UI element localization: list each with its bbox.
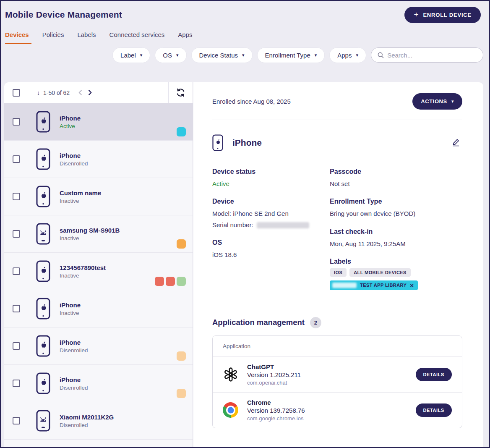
redacted-serial-number [257,222,309,228]
app-count-badge: 2 [310,317,321,328]
iphone-icon [36,186,50,207]
device-status: Inactive [60,198,101,204]
enroll-device-button[interactable]: + ENROLL DEVICE [404,7,481,23]
chevron-right-icon [88,89,92,96]
device-list-item[interactable]: iPhoneDisenrolled [4,141,193,178]
device-texts: samsung SM-S901BInactive [60,227,120,241]
pagination-range: 1-50 of 62 [43,89,70,96]
device-label-chips [177,127,186,136]
filter-pill-apps[interactable]: Apps▾ [329,47,366,63]
device-name: samsung SM-S901B [60,227,120,234]
device-checkbox[interactable] [13,305,20,312]
application-column-header: Application [213,336,462,357]
application-name: Chrome [247,399,305,406]
tab-policies[interactable]: Policies [42,29,64,44]
filter-pills: Label▾OS▾Device Status▾Enrollment Type▾A… [112,47,366,63]
refresh-button[interactable] [168,82,193,103]
device-list-item[interactable]: iPhoneDisenrolled [4,365,193,402]
tab-connected-services[interactable]: Connected services [109,29,165,44]
label-color-chip [155,277,164,286]
device-checkbox[interactable] [13,118,20,126]
select-all-checkbox[interactable] [13,89,20,97]
field-value: Active [212,178,330,189]
tab-apps[interactable]: Apps [178,29,192,44]
filter-pill-label: OS [163,52,172,59]
device-checkbox[interactable] [13,193,20,200]
enrolled-since-text: Enrolled since Aug 08, 2025 [212,98,291,105]
refresh-icon [175,87,186,98]
device-checkbox[interactable] [13,342,20,350]
detail-field: OSiOS 18.6 [212,239,330,260]
device-list-item[interactable]: iPhoneDisenrolled [4,327,193,365]
device-checkbox[interactable] [13,267,20,275]
device-texts: Custom nameInactive [60,189,101,204]
chatgpt-logo-icon [223,367,241,383]
prev-page-button[interactable] [76,89,85,97]
device-checkbox[interactable] [13,417,20,424]
caret-down-icon: ▾ [140,52,143,58]
application-texts: ChatGPTVersion 1.2025.211com.openai.chat [247,363,301,386]
plus-icon: + [414,12,419,17]
tab-bar: DevicesPoliciesLabelsConnected servicesA… [1,29,489,44]
device-list-item[interactable]: iPhoneActive [4,103,193,141]
detail-header: Enrolled since Aug 08, 2025 ACTIONS ▾ [212,93,462,110]
next-page-button[interactable] [85,89,95,97]
device-texts: iPhoneDisenrolled [60,339,88,354]
remove-label-icon[interactable]: × [410,282,414,288]
field-value-line: Serial number: [212,220,330,231]
label-color-chip [166,277,175,286]
iphone-icon [36,335,50,357]
chevron-left-icon [78,89,83,96]
actions-button[interactable]: ACTIONS ▾ [412,93,462,110]
device-name: iPhone [60,152,88,159]
detail-field: Device statusActive [212,168,330,189]
android-device-icon [36,223,50,245]
application-name: ChatGPT [247,363,301,370]
mdm-window: Mobile Device Management + ENROLL DEVICE… [0,0,490,448]
device-name: iPhone [60,376,88,383]
label-color-chip [177,127,186,136]
device-checkbox[interactable] [13,155,20,163]
detail-field: DeviceModel: iPhone SE 2nd GenSerial num… [212,198,330,231]
search-input[interactable] [387,52,477,59]
device-list-item[interactable]: samsung SM-S901BInactive [4,215,193,253]
tab-devices[interactable]: Devices [5,29,29,44]
tab-labels[interactable]: Labels [77,29,96,44]
labels-chips: IOSALL MOBILE DEVICES [330,268,462,277]
filter-pill-os[interactable]: OS▾ [155,47,186,63]
edit-name-button[interactable] [450,136,462,150]
device-status: Active [60,123,81,129]
device-status: Disenrolled [60,422,114,428]
device-status: Disenrolled [60,160,88,167]
device-detail-panel: Enrolled since Aug 08, 2025 ACTIONS ▾ iP… [193,82,483,447]
label-chip-text: TEST APP LIBRARY [360,283,407,288]
device-list-item[interactable]: iPhoneInactive [4,290,193,327]
device-list-item[interactable]: Xiaomi M2011K2GDisenrolled [4,402,193,440]
filter-pill-enrollment-type[interactable]: Enrollment Type▾ [257,47,325,63]
field-label: Last check-in [330,228,462,236]
device-list-item[interactable]: iPad (+label+) [4,440,193,447]
application-rows: ChatGPTVersion 1.2025.211com.openai.chat… [213,357,462,428]
device-checkbox[interactable] [13,380,20,387]
search-box[interactable] [371,47,483,63]
filter-pill-label[interactable]: Label▾ [112,47,150,63]
detail-field: PasscodeNot set [330,168,462,189]
detail-field: Last check-inMon, Aug 11 2025, 9:25AM [330,228,462,249]
device-title-row: iPhone [212,132,462,154]
divider [212,120,462,120]
device-checkbox[interactable] [13,230,20,238]
label-chip: ALL MOBILE DEVICES [349,268,411,277]
device-list-item[interactable]: 1234567890testInactive [4,253,193,290]
device-list-item[interactable]: Custom nameInactive [4,178,193,215]
caret-down-icon: ▾ [176,52,179,58]
details-button[interactable]: DETAILS [416,403,452,417]
detail-fields: Device statusActiveDeviceModel: iPhone S… [212,168,462,299]
filter-pill-device-status[interactable]: Device Status▾ [191,47,253,63]
application-row: ChatGPTVersion 1.2025.211com.openai.chat… [213,357,462,392]
sort-arrow-down-icon[interactable]: ↓ [37,89,40,96]
device-status: Disenrolled [60,385,88,391]
enroll-device-label: ENROLL DEVICE [423,12,472,18]
label-color-chip [177,239,186,249]
device-title: iPhone [232,138,262,148]
details-button[interactable]: DETAILS [416,368,452,381]
